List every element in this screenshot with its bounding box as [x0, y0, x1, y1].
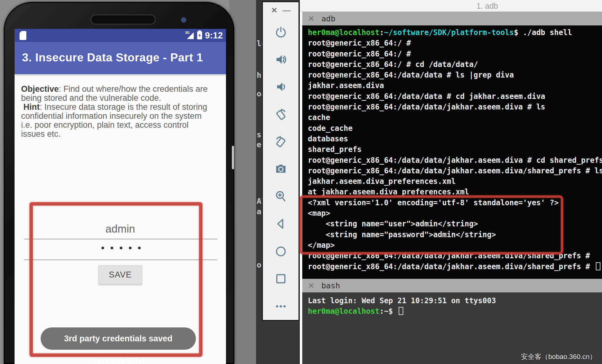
- tab-adb[interactable]: ✕ adb: [302, 12, 602, 25]
- terminal-line: databases: [308, 134, 602, 144]
- objective-label: Objective: [21, 84, 59, 94]
- terminal-line: root@generic_x86_64:/data/data/jakhar.as…: [308, 155, 602, 166]
- terminal-line: root@generic_x86_64:/ #: [308, 49, 602, 59]
- camera-icon: [274, 162, 288, 176]
- tab-label: bash: [321, 281, 340, 290]
- phone-screen[interactable]: 3G 9:12 3. Insecure Data Storage - Part …: [15, 29, 226, 364]
- tab-close-icon[interactable]: ✕: [308, 14, 315, 24]
- terminal-line: shared_prefs: [308, 144, 602, 155]
- save-button[interactable]: SAVE: [98, 265, 142, 285]
- phone-speaker: [90, 14, 156, 25]
- password-field[interactable]: •••••: [18, 243, 230, 253]
- home-button[interactable]: [263, 238, 299, 265]
- terminal-line: root@generic_x86_64:/ #: [308, 38, 602, 48]
- terminal-window: 1. adb ✕ adb her0ma@localhost:~/software…: [299, 0, 602, 364]
- terminal-line: cache: [308, 112, 602, 123]
- terminal-cursor: [596, 262, 600, 270]
- terminal-window-title: 1. adb: [476, 2, 498, 11]
- power-button[interactable]: [263, 18, 299, 46]
- hint-label: Hint: [21, 102, 40, 112]
- volume-up-icon: [274, 53, 288, 66]
- terminal-line: <?xml version='1.0' encoding='utf-8' sta…: [308, 198, 602, 208]
- minimize-icon[interactable]: —: [282, 6, 290, 14]
- terminal-line: her0ma@localhost:~$: [308, 306, 602, 317]
- terminal-line: root@generic_x86_64:/data/data/jakhar.as…: [308, 251, 602, 261]
- watermark-text: 安全客（bobao.360.cn）: [521, 352, 596, 362]
- username-underline: [24, 239, 217, 239]
- volume-down-icon: [274, 80, 288, 94]
- terminal-line: root@generic_x86_64:/data/data/jakhar.as…: [308, 166, 602, 176]
- terminal-line: root@generic_x86_64:/data/data/jakhar.as…: [308, 102, 602, 112]
- status-clock: 9:12: [205, 30, 223, 41]
- tab-bash[interactable]: ✕ bash: [302, 279, 602, 292]
- close-icon[interactable]: ✕: [271, 6, 278, 14]
- terminal-line: at jakhar.aseem.diva_preferences.xml: [308, 187, 602, 197]
- terminal-line: jakhar.aseem.diva: [308, 80, 602, 91]
- challenge-description: Objective: Find out where/how the creden…: [21, 85, 213, 139]
- toast-message: 3rd party credentials saved successfully…: [41, 327, 196, 350]
- tab-label: adb: [321, 14, 335, 23]
- rotate-right-button[interactable]: [263, 128, 299, 155]
- volume-up-button[interactable]: [263, 46, 299, 73]
- terminal-line: code_cache: [308, 123, 602, 134]
- username-field[interactable]: admin: [15, 223, 226, 235]
- more-icon: [274, 303, 288, 310]
- terminal-line: root@generic_x86_64:/data/data/jakhar.as…: [308, 261, 602, 272]
- more-options-button[interactable]: [263, 293, 299, 320]
- overview-icon: [274, 272, 288, 286]
- background-text-fragment: h: [257, 71, 261, 80]
- terminal-line: root@generic_x86_64:/ # cd /data/data/: [308, 59, 602, 70]
- password-underline: [24, 260, 217, 260]
- back-icon: [274, 217, 288, 231]
- status-bar: 3G 9:12: [15, 29, 226, 42]
- rotate-left-icon: [274, 107, 288, 122]
- rotate-left-button[interactable]: [263, 100, 299, 128]
- screenshot-button[interactable]: [263, 155, 299, 183]
- rotate-right-icon: [274, 135, 288, 149]
- back-button[interactable]: [263, 210, 299, 237]
- terminal-titlebar[interactable]: 1. adb: [300, 0, 602, 11]
- terminal-line: root@generic_x86_64:/data/data # cd jakh…: [308, 91, 602, 102]
- terminal-line: <map>: [308, 208, 602, 219]
- battery-icon: [197, 31, 202, 39]
- adb-terminal-output[interactable]: her0ma@localhost:~/software/SDK/platform…: [302, 25, 602, 279]
- tab-close-icon[interactable]: ✕: [308, 281, 315, 291]
- power-icon: [274, 25, 288, 39]
- cell-signal-icon: 3G: [185, 31, 194, 40]
- app-bar: 3. Insecure Data Storage - Part 1: [15, 42, 226, 74]
- sdcard-notification-icon: [20, 31, 26, 40]
- home-icon: [274, 245, 288, 258]
- emulator-toolbar: ✕ —: [262, 1, 299, 321]
- zoom-button[interactable]: [263, 183, 299, 210]
- signal-type-label: 3G: [185, 31, 190, 34]
- overview-button[interactable]: [263, 265, 299, 292]
- terminal-line: root@generic_x86_64:/data/data # ls |gre…: [308, 70, 602, 80]
- zoom-in-icon: [274, 190, 288, 203]
- app-title: 3. Insecure Data Storage - Part 1: [22, 51, 203, 64]
- terminal-line: <string name="user">admin</string>: [308, 219, 602, 229]
- phone-side-button: [232, 146, 234, 169]
- terminal-line: Last login: Wed Sep 21 10:29:51 on ttys0…: [308, 295, 602, 306]
- volume-down-button[interactable]: [263, 73, 299, 100]
- terminal-line: </map>: [308, 240, 602, 251]
- terminal-line: jakhar.aseem.diva_preferences.xml: [308, 176, 602, 187]
- phone-front-camera: [181, 17, 186, 23]
- terminal-line: <string name="password">admin</string>: [308, 229, 602, 240]
- terminal-cursor: [399, 307, 403, 315]
- terminal-line: her0ma@localhost:~/software/SDK/platform…: [308, 27, 602, 38]
